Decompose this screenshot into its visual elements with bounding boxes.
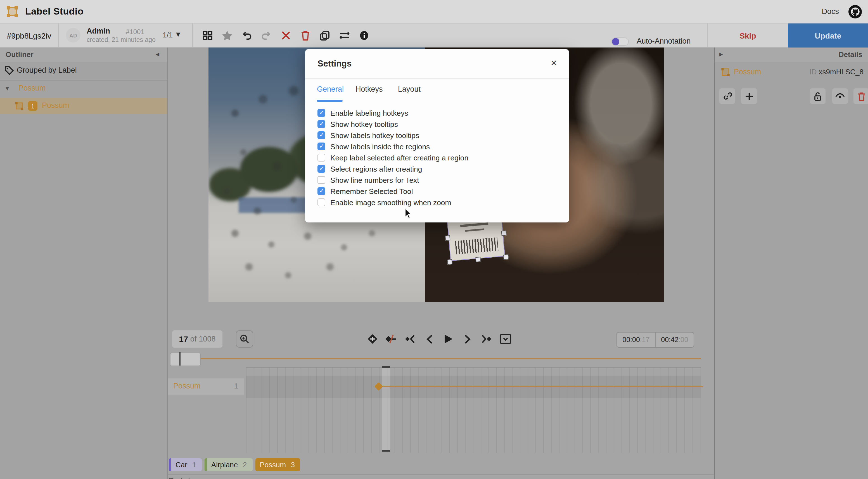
video-controls: 17 of 1008 xyxy=(168,327,714,352)
previous-keyframe-button[interactable] xyxy=(404,331,416,347)
collapse-timeline-button[interactable] xyxy=(499,331,512,347)
resize-handle-w[interactable] xyxy=(445,235,451,241)
skip-button[interactable]: Skip xyxy=(708,24,788,47)
outliner-title: Outliner xyxy=(6,50,34,59)
current-time-main: 00:00 xyxy=(622,336,640,344)
grouping-selector[interactable]: Grouped by Label xyxy=(0,65,167,77)
label-hotkey: 2 xyxy=(243,461,247,469)
collapse-panel-icon[interactable]: ◂ xyxy=(156,50,159,58)
option-row[interactable]: Show labels hotkey tooltips xyxy=(317,130,468,141)
tab-layout[interactable]: Layout xyxy=(398,85,421,93)
track-label[interactable]: Possum 1 xyxy=(168,378,244,395)
checkbox[interactable] xyxy=(317,165,325,173)
delete-region-button[interactable] xyxy=(854,88,868,104)
add-keyframe-button[interactable] xyxy=(366,331,378,347)
option-row[interactable]: Show line numbers for Text xyxy=(317,174,468,186)
seek-viewport-handle[interactable] xyxy=(170,353,200,366)
option-row[interactable]: Show hotkey tooltips xyxy=(317,119,468,130)
option-row[interactable]: Keep label selected after creating a reg… xyxy=(317,152,468,163)
details-region-row[interactable]: Possum ID xs9mHLSC_8 xyxy=(715,66,868,79)
play-icon xyxy=(443,334,453,344)
duplicate-annotation-button[interactable] xyxy=(318,28,331,43)
previous-frame-button[interactable] xyxy=(423,331,435,347)
region-id-label: ID xyxy=(809,68,816,76)
frame-of-label: of xyxy=(190,335,197,343)
top-header: Label Studio Docs xyxy=(0,0,868,24)
auto-annotation-toggle[interactable] xyxy=(612,37,629,46)
option-row[interactable]: Enable labeling hotkeys xyxy=(317,107,468,119)
annotation-toolbar: #9pb8Lgs2iv AD Admin #1001 created, 21 m… xyxy=(0,24,868,47)
delete-trash-icon xyxy=(857,91,866,101)
zoom-button[interactable] xyxy=(236,330,253,348)
resize-handle-sw[interactable] xyxy=(447,259,453,265)
checkbox[interactable] xyxy=(317,109,325,117)
frame-counter[interactable]: 17 of 1008 xyxy=(172,330,222,348)
checkbox[interactable] xyxy=(317,198,325,206)
github-icon[interactable] xyxy=(848,4,862,19)
seek-bar[interactable] xyxy=(168,352,714,366)
chevron-down-icon[interactable]: ▾ xyxy=(6,85,9,92)
delete-annotation-button[interactable] xyxy=(299,28,311,43)
hide-region-button[interactable] xyxy=(832,88,848,104)
label-hotkey: 3 xyxy=(291,461,295,469)
star-ground-truth-button[interactable] xyxy=(221,28,233,43)
chevron-down-icon[interactable]: ▾ xyxy=(176,29,180,39)
label-chip-car[interactable]: Car 1 xyxy=(169,458,202,471)
outliner-panel: Outliner ◂ Grouped by Label ▾ Possum xyxy=(0,47,168,479)
task-id: #9pb8Lgs2iv xyxy=(0,24,58,47)
resize-handle-se[interactable] xyxy=(503,254,509,260)
link-icon xyxy=(722,91,732,101)
option-row[interactable]: Show labels inside the regions xyxy=(317,141,468,152)
play-button[interactable] xyxy=(442,331,455,347)
star-icon xyxy=(222,30,232,40)
resize-handle-s[interactable] xyxy=(475,257,481,262)
outliner-header: Outliner ◂ xyxy=(0,47,167,62)
user-avatar[interactable]: AD xyxy=(66,28,81,42)
current-time[interactable]: 00:00:17 xyxy=(617,332,655,347)
resize-handle-e[interactable] xyxy=(501,230,507,236)
total-time[interactable]: 00:42:00 xyxy=(655,332,693,347)
option-row[interactable]: Enable image smoothing when zoom xyxy=(317,197,468,208)
divider xyxy=(305,78,569,79)
label-chip-possum-selected[interactable]: Possum 3 xyxy=(255,458,301,471)
link-region-button[interactable] xyxy=(719,88,735,104)
add-relation-button[interactable] xyxy=(741,88,757,104)
docs-link[interactable]: Docs xyxy=(822,7,839,15)
expand-panel-icon[interactable]: ▸ xyxy=(719,50,723,58)
undo-button[interactable] xyxy=(240,28,253,43)
tab-hotkeys[interactable]: Hotkeys xyxy=(355,85,383,93)
label-chip-airplane[interactable]: Airplane 2 xyxy=(205,458,252,471)
seek-playhead[interactable] xyxy=(179,352,181,365)
next-frame-button[interactable] xyxy=(461,331,473,347)
reject-annotation-button[interactable] xyxy=(279,28,292,43)
tab-general[interactable]: General xyxy=(317,85,344,93)
region-label: Possum xyxy=(42,101,69,109)
update-button[interactable]: Update xyxy=(788,24,868,47)
timeline-playhead[interactable] xyxy=(382,367,390,452)
frames-timeline[interactable]: Possum 1 xyxy=(168,367,714,452)
option-label: Show line numbers for Text xyxy=(330,176,419,184)
option-row[interactable]: Remember Selected Tool xyxy=(317,186,468,197)
checkbox[interactable] xyxy=(317,120,325,128)
label-group-row[interactable]: ▾ Possum xyxy=(0,83,167,96)
total-time-main: 00:42 xyxy=(661,336,679,344)
grid-view-button[interactable] xyxy=(201,28,214,43)
checkbox[interactable] xyxy=(317,142,325,150)
settings-sliders-button[interactable] xyxy=(338,28,350,43)
option-row[interactable]: Select regions after creating xyxy=(317,163,468,174)
option-label: Remember Selected Tool xyxy=(330,187,413,195)
next-keyframe-button[interactable] xyxy=(480,331,492,347)
checkbox[interactable] xyxy=(317,154,325,162)
checkbox[interactable] xyxy=(317,176,325,184)
region-row-selected[interactable]: 1 Possum xyxy=(0,98,167,114)
redo-button[interactable] xyxy=(260,28,272,43)
lock-region-button[interactable] xyxy=(810,88,826,104)
option-label: Enable image smoothing when zoom xyxy=(330,198,451,206)
close-icon[interactable]: ✕ xyxy=(548,57,560,69)
checkbox[interactable] xyxy=(317,131,325,139)
annotator-name: Admin xyxy=(87,27,110,35)
remove-keyframe-button[interactable] xyxy=(385,331,397,347)
info-button[interactable] xyxy=(358,28,370,43)
checkbox[interactable] xyxy=(317,187,325,195)
track-name: Possum xyxy=(173,382,200,390)
